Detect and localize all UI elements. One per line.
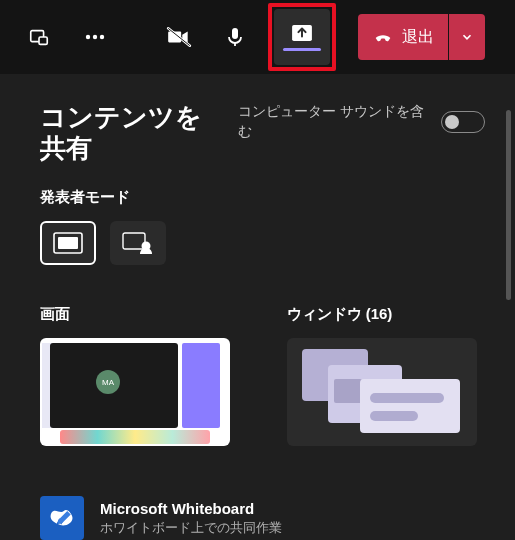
svg-point-2: [86, 35, 90, 39]
window-share-option[interactable]: [287, 338, 477, 446]
whiteboard-subtitle: ホワイトボード上での共同作業: [100, 519, 282, 537]
leave-label: 退出: [402, 27, 434, 48]
svg-point-3: [93, 35, 97, 39]
share-tray-icon: [291, 24, 313, 42]
presenter-mode-content-only[interactable]: [40, 221, 96, 265]
chevron-down-icon: [460, 30, 474, 44]
share-button-highlight: [268, 3, 336, 71]
window-section-title: ウィンドウ (16): [287, 305, 486, 324]
leave-options-button[interactable]: [449, 14, 485, 60]
share-content-panel: コンテンツを共有 コンピューター サウンドを含む 発表者モード 画面: [0, 74, 515, 540]
svg-rect-1: [39, 37, 47, 44]
screen-section-title: 画面: [40, 305, 239, 324]
whiteboard-title: Microsoft Whiteboard: [100, 500, 282, 517]
microphone-button[interactable]: [212, 14, 258, 60]
include-audio-label: コンピューター サウンドを含む: [238, 102, 427, 141]
svg-rect-11: [58, 237, 78, 249]
screen-share-option[interactable]: MA: [40, 338, 230, 446]
camera-off-button[interactable]: [156, 14, 202, 60]
svg-point-4: [100, 35, 104, 39]
hangup-icon: [372, 26, 394, 48]
svg-rect-7: [232, 28, 238, 39]
call-toolbar: 退出: [0, 0, 515, 74]
presenter-mode-label: 発表者モード: [40, 188, 485, 207]
whiteboard-icon: [40, 496, 84, 540]
popout-button[interactable]: [16, 14, 62, 60]
leave-button[interactable]: 退出: [358, 14, 448, 60]
include-audio-toggle[interactable]: [441, 111, 485, 133]
panel-scrollbar[interactable]: [506, 110, 511, 300]
whiteboard-option[interactable]: Microsoft Whiteboard ホワイトボード上での共同作業: [40, 496, 485, 540]
presenter-mode-standout[interactable]: [110, 221, 166, 265]
more-options-button[interactable]: [72, 14, 118, 60]
share-content-button[interactable]: [274, 9, 330, 65]
panel-title: コンテンツを共有: [40, 102, 220, 164]
